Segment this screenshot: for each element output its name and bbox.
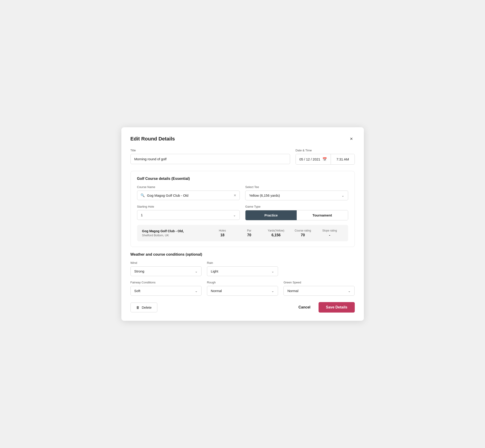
title-datetime-row: Title Date & Time 05 / 12 / 2021 📅 7:31 … (130, 149, 355, 165)
select-tee-value: Yellow (6,156 yards) (249, 193, 280, 197)
chevron-down-icon-3: ⌄ (195, 270, 198, 273)
footer-row: 🗑 Delete Cancel Save Details (130, 300, 355, 312)
wind-label: Wind (130, 261, 202, 264)
green-speed-label: Green Speed (283, 281, 355, 284)
delete-button[interactable]: 🗑 Delete (130, 303, 157, 312)
fairway-dropdown[interactable]: Soft ⌄ (130, 286, 202, 296)
footer-right: Cancel Save Details (297, 302, 355, 312)
holes-stat: Holes 18 (209, 229, 236, 237)
calendar-icon: 📅 (323, 157, 327, 161)
golf-section-title: Golf Course details (Essential) (137, 177, 348, 181)
course-info-name: Gog Magog Golf Club - Old, Shelford Bott… (142, 229, 209, 237)
starting-hole-label: Starting Hole (137, 205, 240, 208)
title-label: Title (130, 149, 290, 152)
game-type-toggle: Practice Tournament (245, 210, 348, 220)
select-tee-label: Select Tee (245, 185, 348, 189)
save-button[interactable]: Save Details (319, 302, 355, 312)
game-type-label: Game Type (245, 205, 348, 208)
edit-round-modal: Edit Round Details × Title Date & Time 0… (121, 127, 364, 321)
modal-header: Edit Round Details × (130, 136, 355, 142)
rain-label: Rain (207, 261, 278, 264)
trash-icon: 🗑 (136, 305, 140, 309)
green-speed-field: Green Speed Normal ⌄ (283, 281, 355, 296)
time-part[interactable]: 7:31 AM (331, 154, 354, 164)
course-rating-stat: Course rating 70 (289, 229, 316, 237)
golf-course-section: Golf Course details (Essential) Course N… (130, 171, 355, 247)
time-value: 7:31 AM (336, 157, 349, 161)
course-rating-label: Course rating (289, 229, 316, 232)
course-info-card: Gog Magog Golf Club - Old, Shelford Bott… (137, 225, 348, 241)
course-name-label: Course Name (137, 185, 240, 189)
course-name-field: Course Name 🔍 Gog Magog Golf Club - Old … (137, 185, 240, 200)
course-name-input[interactable]: 🔍 Gog Magog Golf Club - Old ✕ (137, 191, 240, 200)
holes-value: 18 (209, 233, 236, 237)
yards-stat: Yards(Yellow) 6,156 (263, 229, 289, 237)
delete-label: Delete (142, 305, 152, 309)
course-name-bold: Gog Magog Golf Club - Old, (142, 229, 209, 233)
course-location: Shelford Bottom, UK (142, 233, 209, 237)
rain-value: Light (211, 269, 218, 273)
rough-dropdown[interactable]: Normal ⌄ (207, 286, 278, 296)
fairway-value: Soft (134, 289, 140, 293)
clear-icon[interactable]: ✕ (234, 193, 236, 197)
rain-dropdown[interactable]: Light ⌄ (207, 266, 278, 276)
course-tee-row: Course Name 🔍 Gog Magog Golf Club - Old … (137, 185, 348, 200)
fairway-label: Fairway Conditions (130, 281, 202, 284)
datetime-field: Date & Time 05 / 12 / 2021 📅 7:31 AM (296, 149, 355, 165)
title-field: Title (130, 149, 290, 165)
date-value: 05 / 12 / 2021 (299, 157, 320, 161)
wind-value: Strong (134, 269, 144, 273)
starting-hole-value: 1 (141, 213, 143, 217)
green-speed-value: Normal (287, 289, 298, 293)
rain-field: Rain Light ⌄ (207, 261, 278, 276)
par-stat: Par 70 (236, 229, 263, 237)
datetime-group: 05 / 12 / 2021 📅 7:31 AM (296, 154, 355, 165)
fairway-rough-green-row: Fairway Conditions Soft ⌄ Rough Normal ⌄… (130, 281, 355, 296)
wind-dropdown[interactable]: Strong ⌄ (130, 266, 202, 276)
slope-rating-label: Slope rating (316, 229, 343, 232)
weather-title: Weather and course conditions (optional) (130, 252, 355, 256)
yards-value: 6,156 (263, 233, 289, 237)
date-part[interactable]: 05 / 12 / 2021 📅 (296, 154, 331, 164)
weather-section: Weather and course conditions (optional)… (130, 252, 355, 296)
modal-title: Edit Round Details (130, 136, 175, 142)
hole-gametype-row: Starting Hole 1 ⌄ Game Type Practice Tou… (137, 205, 348, 220)
chevron-down-icon: ⌄ (341, 194, 344, 197)
cancel-button[interactable]: Cancel (297, 303, 312, 312)
tournament-button[interactable]: Tournament (297, 210, 348, 220)
game-type-field: Game Type Practice Tournament (245, 205, 348, 220)
wind-field: Wind Strong ⌄ (130, 261, 202, 276)
wind-rain-row: Wind Strong ⌄ Rain Light ⌄ (130, 261, 355, 276)
chevron-down-icon-2: ⌄ (233, 213, 236, 217)
chevron-down-icon-5: ⌄ (195, 289, 198, 293)
par-value: 70 (236, 233, 263, 237)
slope-rating-value: - (316, 233, 343, 237)
holes-label: Holes (209, 229, 236, 232)
par-label: Par (236, 229, 263, 232)
chevron-down-icon-4: ⌄ (271, 270, 274, 273)
title-input[interactable] (130, 154, 290, 164)
green-speed-dropdown[interactable]: Normal ⌄ (283, 286, 355, 296)
select-tee-field: Select Tee Yellow (6,156 yards) ⌄ (245, 185, 348, 200)
course-rating-value: 70 (289, 233, 316, 237)
close-button[interactable]: × (348, 136, 355, 142)
search-icon: 🔍 (140, 193, 145, 197)
chevron-down-icon-6: ⌄ (271, 289, 274, 293)
rough-value: Normal (211, 289, 222, 293)
chevron-down-icon-7: ⌄ (348, 289, 351, 293)
practice-button[interactable]: Practice (245, 210, 297, 220)
rough-field: Rough Normal ⌄ (207, 281, 278, 296)
yards-label: Yards(Yellow) (263, 229, 289, 232)
rough-label: Rough (207, 281, 278, 284)
select-tee-dropdown[interactable]: Yellow (6,156 yards) ⌄ (245, 191, 348, 200)
starting-hole-dropdown[interactable]: 1 ⌄ (137, 210, 240, 220)
datetime-label: Date & Time (296, 149, 355, 152)
course-name-value: Gog Magog Golf Club - Old (147, 193, 232, 197)
starting-hole-field: Starting Hole 1 ⌄ (137, 205, 240, 220)
fairway-field: Fairway Conditions Soft ⌄ (130, 281, 202, 296)
slope-rating-stat: Slope rating - (316, 229, 343, 237)
